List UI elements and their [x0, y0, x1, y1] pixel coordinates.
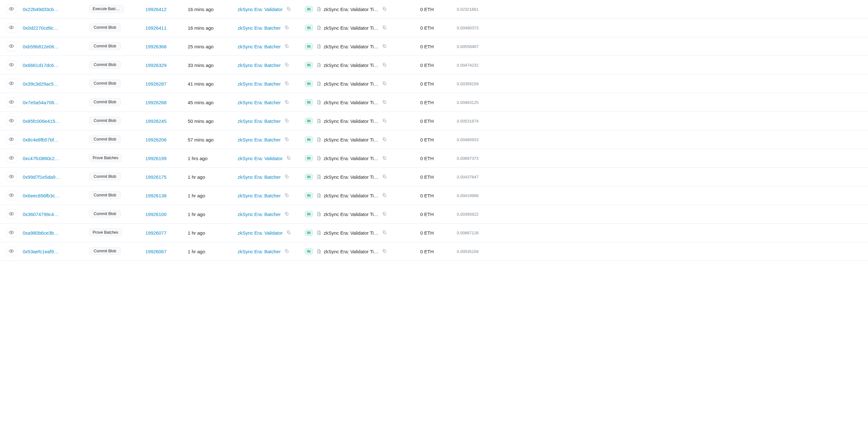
preview-button[interactable]: [7, 60, 16, 70]
preview-button[interactable]: [7, 116, 16, 126]
preview-button[interactable]: [7, 98, 16, 107]
preview-button[interactable]: [7, 79, 16, 89]
copy-from-button[interactable]: [285, 229, 292, 236]
copy-to-button[interactable]: [381, 136, 388, 143]
copy-from-button[interactable]: [283, 173, 290, 180]
method-pill[interactable]: Commit Blob: [89, 173, 121, 180]
from-link[interactable]: zkSync Era: Batcher: [238, 63, 281, 68]
block-link[interactable]: 19926138: [146, 193, 166, 198]
method-pill[interactable]: Commit Blob: [89, 79, 121, 87]
preview-button[interactable]: [7, 23, 16, 33]
preview-button[interactable]: [7, 42, 16, 51]
from-link[interactable]: zkSync Era: Validator: [238, 7, 283, 12]
from-link[interactable]: zkSync Era: Batcher: [238, 119, 281, 124]
tx-hash-link[interactable]: 0x85fc006e415…: [23, 119, 60, 124]
copy-from-button[interactable]: [283, 43, 290, 50]
preview-button[interactable]: [7, 172, 16, 181]
copy-from-button[interactable]: [283, 24, 290, 31]
from-link[interactable]: zkSync Era: Batcher: [238, 211, 281, 217]
table-row: 0xa980b6ce3b… Prove Batches 19926077 1 h…: [0, 224, 868, 242]
copy-from-button[interactable]: [283, 99, 290, 106]
block-link[interactable]: 19926412: [146, 7, 166, 12]
preview-button[interactable]: [7, 246, 16, 256]
from-link[interactable]: zkSync Era: Batcher: [238, 25, 281, 31]
from-link[interactable]: zkSync Era: Batcher: [238, 81, 281, 87]
copy-from-button[interactable]: [283, 136, 290, 143]
copy-from-button[interactable]: [283, 248, 290, 255]
preview-button[interactable]: [7, 228, 16, 237]
from-link[interactable]: zkSync Era: Validator: [238, 156, 283, 161]
copy-from-button[interactable]: [285, 6, 292, 13]
block-link[interactable]: 19926199: [146, 156, 166, 161]
tx-hash-link[interactable]: 0x6661d17dc6…: [23, 63, 59, 68]
copy-to-button[interactable]: [381, 80, 388, 87]
tx-hash-link[interactable]: 0x53aefc1eaf9…: [23, 249, 59, 254]
method-pill[interactable]: Commit Blob: [89, 117, 121, 125]
preview-button[interactable]: [7, 154, 16, 163]
tx-hash-link[interactable]: 0x99d7f1e5da9…: [23, 174, 60, 180]
copy-from-button[interactable]: [283, 118, 290, 125]
method-pill[interactable]: Commit Blob: [89, 191, 121, 199]
copy-to-button[interactable]: [381, 24, 388, 31]
from-link[interactable]: zkSync Era: Batcher: [238, 44, 281, 49]
method-pill[interactable]: Commit Blob: [89, 210, 121, 218]
tx-hash-link[interactable]: 0x22b49d33cb…: [23, 7, 59, 12]
copy-to-button[interactable]: [381, 229, 388, 236]
method-pill[interactable]: Prove Batches: [89, 229, 122, 236]
tx-hash-link[interactable]: 0xb59b812e06…: [23, 44, 59, 49]
copy-from-button[interactable]: [283, 192, 290, 199]
method-pill[interactable]: Commit Blob: [89, 24, 121, 31]
tx-hash-link[interactable]: 0x0d2270cd9c…: [23, 25, 59, 31]
method-pill[interactable]: Prove Batches: [89, 154, 122, 162]
copy-from-button[interactable]: [283, 211, 290, 218]
preview-button[interactable]: [7, 191, 16, 200]
block-link[interactable]: 19926206: [146, 137, 166, 142]
block-link[interactable]: 19926245: [146, 119, 166, 124]
block-link[interactable]: 19926268: [146, 100, 166, 105]
block-link[interactable]: 19926077: [146, 230, 166, 236]
from-link[interactable]: zkSync Era: Batcher: [238, 193, 281, 198]
block-link[interactable]: 19926067: [146, 249, 166, 254]
tx-hash-link[interactable]: 0xa980b6ce3b…: [23, 230, 59, 236]
from-link[interactable]: zkSync Era: Batcher: [238, 249, 281, 254]
block-link[interactable]: 19926368: [146, 44, 166, 49]
block-link[interactable]: 19926287: [146, 81, 166, 87]
method-pill[interactable]: Commit Blob: [89, 98, 121, 106]
copy-to-button[interactable]: [381, 155, 388, 162]
copy-to-button[interactable]: [381, 43, 388, 50]
tx-hash-link[interactable]: 0x7e5a54a706…: [23, 100, 59, 105]
copy-to-button[interactable]: [381, 248, 388, 255]
copy-from-button[interactable]: [285, 155, 292, 162]
preview-button[interactable]: [7, 4, 16, 14]
copy-to-button[interactable]: [381, 62, 388, 69]
block-link[interactable]: 19926100: [146, 211, 166, 217]
tx-hash-link[interactable]: 0x6eec856fb3c…: [23, 193, 60, 198]
copy-to-button[interactable]: [381, 99, 388, 106]
block-link[interactable]: 19926175: [146, 174, 166, 180]
from-link[interactable]: zkSync Era: Batcher: [238, 137, 281, 142]
tx-hash-link[interactable]: 0x36074799c4…: [23, 211, 59, 217]
copy-from-button[interactable]: [283, 80, 290, 87]
method-pill[interactable]: Commit Blob: [89, 247, 121, 255]
copy-to-button[interactable]: [381, 173, 388, 180]
from-link[interactable]: zkSync Era: Batcher: [238, 100, 281, 105]
from-link[interactable]: zkSync Era: Batcher: [238, 174, 281, 180]
copy-to-button[interactable]: [381, 118, 388, 125]
copy-from-button[interactable]: [283, 62, 290, 69]
method-pill[interactable]: Commit Blob: [89, 42, 121, 50]
method-pill[interactable]: Execute Batch…: [89, 5, 124, 13]
tx-hash-link[interactable]: 0x8c4e8fb57bf…: [23, 137, 59, 142]
block-link[interactable]: 19926329: [146, 63, 166, 68]
from-link[interactable]: zkSync Era: Validator: [238, 230, 283, 236]
copy-to-button[interactable]: [381, 6, 388, 13]
copy-to-button[interactable]: [381, 211, 388, 218]
method-pill[interactable]: Commit Blob: [89, 135, 121, 143]
preview-button[interactable]: [7, 135, 16, 144]
method-pill[interactable]: Commit Blob: [89, 61, 121, 69]
copy-to-button[interactable]: [381, 192, 388, 199]
preview-button[interactable]: [7, 209, 16, 219]
tx-hash-link[interactable]: 0xc47fc0860c2…: [23, 156, 59, 161]
tx-hash-link[interactable]: 0x39c3d29ac5…: [23, 81, 59, 87]
block-link[interactable]: 19926411: [146, 25, 166, 31]
copy-icon: [284, 63, 289, 68]
